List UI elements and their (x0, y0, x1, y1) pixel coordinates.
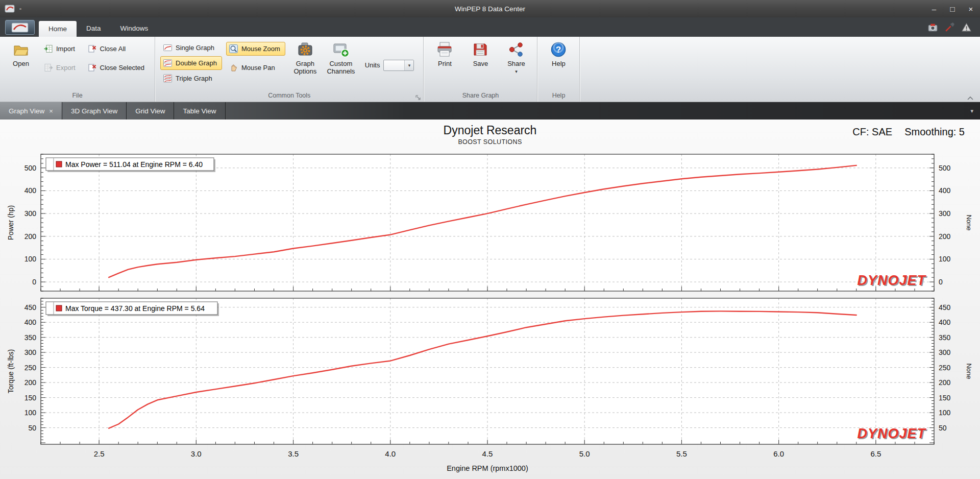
save-button[interactable]: Save (464, 39, 496, 69)
mouse-pan-button[interactable]: Mouse Pan (226, 61, 285, 75)
ribbon-collapse-button[interactable] (967, 93, 974, 98)
alert-icon[interactable] (961, 22, 972, 33)
right-axis-label: None (965, 363, 973, 379)
correction-factor-readout: CF: SAE Smoothing: 5 (852, 126, 965, 138)
ribbon-tab-home[interactable]: Home (39, 21, 77, 37)
app-icon (5, 4, 15, 14)
tab-grid-view[interactable]: Grid View (127, 102, 174, 119)
print-button[interactable]: Print (429, 39, 460, 69)
share-group-label: Share Graph (424, 91, 537, 102)
paint-icon[interactable] (944, 22, 955, 33)
y-tick-label: 0 (939, 278, 943, 286)
close-selected-icon (87, 63, 97, 73)
tab-graph-view-label: Graph View (9, 107, 44, 115)
tab-table-view[interactable]: Table View (174, 102, 225, 119)
minimize-button[interactable]: – (925, 0, 943, 17)
share-dropdown-icon[interactable]: ▾ (515, 69, 518, 74)
mouse-zoom-label: Mouse Zoom (241, 45, 280, 53)
y-tick-label: 200 (24, 378, 37, 387)
export-button[interactable]: Export (41, 61, 81, 75)
power-chart[interactable]: 00100100200200300300400400500500Power (h… (0, 148, 980, 295)
dynojet-watermark: DYNOJET (857, 273, 926, 288)
close-selected-label: Close Selected (100, 64, 144, 71)
y-tick-label: 450 (939, 303, 951, 312)
y-tick-label: 300 (939, 209, 951, 218)
tab-table-view-label: Table View (183, 107, 216, 115)
graph-options-button[interactable]: Graph Options (289, 39, 321, 77)
units-label: Units (365, 61, 380, 69)
units-select[interactable]: ▾ (383, 60, 414, 71)
y-tick-label: 400 (24, 186, 37, 195)
y-tick-label: 100 (24, 255, 37, 263)
help-label: Help (552, 60, 566, 68)
svg-text:?: ? (556, 45, 561, 55)
single-graph-icon (163, 43, 173, 53)
close-all-icon (87, 44, 97, 54)
y-tick-label: 300 (24, 209, 37, 218)
cf-label: CF: SAE (852, 126, 892, 138)
tab-graph-view[interactable]: Graph View × (0, 102, 62, 119)
y-tick-label: 150 (24, 394, 37, 402)
single-graph-label: Single Graph (176, 44, 214, 52)
triple-graph-icon (163, 74, 173, 83)
graph-options-gear-icon (297, 41, 314, 58)
camera-icon[interactable] (927, 22, 938, 33)
open-folder-icon (12, 41, 30, 58)
x-tick-label: 2.5 (94, 449, 105, 458)
common-tools-dialog-launcher-icon[interactable] (415, 93, 421, 100)
y-tick-label: 500 (24, 164, 37, 172)
help-button[interactable]: ? Help (543, 39, 574, 69)
print-label: Print (438, 60, 452, 68)
close-button[interactable]: × (962, 0, 980, 17)
app-menu-button[interactable] (5, 20, 35, 35)
units-dropdown-icon[interactable]: ▾ (404, 60, 413, 70)
help-group-label: Help (537, 91, 579, 102)
triple-graph-button[interactable]: Triple Graph (160, 71, 222, 85)
open-button[interactable]: Open (5, 39, 37, 69)
custom-channels-label: Custom Channels (326, 60, 356, 75)
close-selected-button[interactable]: Close Selected (85, 61, 150, 75)
export-label: Export (56, 64, 76, 71)
titlebar: ▫ WinPEP 8 Data Center – □ × (0, 0, 980, 17)
close-tab-icon[interactable]: × (49, 107, 53, 115)
mouse-zoom-button[interactable]: Mouse Zoom (226, 42, 285, 56)
y-tick-label: 350 (939, 333, 951, 342)
custom-channels-button[interactable]: Custom Channels (325, 39, 357, 77)
y-tick-label: 450 (24, 303, 37, 312)
y-tick-label: 100 (939, 409, 951, 417)
tab-list-dropdown-icon[interactable]: ▾ (970, 108, 980, 114)
y-tick-label: 200 (24, 232, 37, 241)
y-tick-label: 50 (939, 424, 947, 432)
share-button[interactable]: Share ▾ (500, 39, 532, 76)
share-label: Share (507, 60, 525, 68)
single-graph-button[interactable]: Single Graph (160, 41, 222, 55)
tab-3d-graph-view[interactable]: 3D Graph View (62, 102, 127, 119)
legend-text: Max Power = 511.04 at Engine RPM = 6.40 (65, 160, 203, 169)
dynojet-watermark: DYNOJET (857, 426, 926, 441)
quick-access-customize-icon[interactable]: ▫ (19, 6, 21, 12)
close-all-button[interactable]: Close All (85, 42, 150, 56)
ribbon-body: Open Import Export (0, 37, 980, 102)
common-tools-group-label: Common Tools (155, 91, 423, 102)
x-tick-label: 4.5 (482, 449, 493, 458)
maximize-button[interactable]: □ (943, 0, 962, 17)
y-tick-label: 300 (939, 348, 951, 356)
import-label: Import (56, 45, 75, 53)
ribbon-tab-windows[interactable]: Windows (111, 20, 158, 37)
torque-chart[interactable]: 5050100100150150200200250250300300350350… (0, 295, 980, 475)
import-button[interactable]: Import (41, 42, 81, 56)
ribbon-tabbar: Home Data Windows (0, 17, 980, 37)
ribbon-tab-data[interactable]: Data (77, 20, 111, 37)
tab-grid-view-label: Grid View (135, 107, 165, 115)
ribbon-group-common-tools: Single Graph Double Graph Triple Graph (155, 37, 424, 102)
mouse-pan-label: Mouse Pan (241, 64, 275, 71)
y-axis-label: Power (hp) (7, 205, 15, 240)
y-tick-label: 500 (939, 164, 951, 172)
document-tabbar: Graph View × 3D Graph View Grid View Tab… (0, 102, 980, 119)
ribbon-group-share: Print Save Share ▾ Share Graph (424, 37, 537, 102)
print-icon (436, 41, 453, 58)
y-tick-label: 400 (939, 318, 951, 326)
y-tick-label: 300 (24, 348, 37, 356)
legend-text: Max Torque = 437.30 at Engine RPM = 5.64 (65, 304, 205, 313)
double-graph-button[interactable]: Double Graph (160, 56, 222, 70)
